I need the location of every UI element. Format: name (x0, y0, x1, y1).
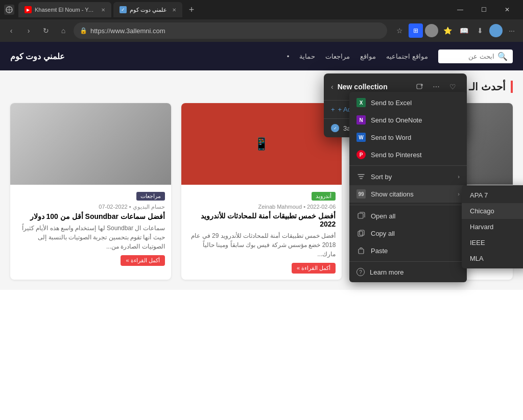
citation-harvard[interactable]: Harvard (462, 219, 523, 235)
new-tab-button[interactable]: + (184, 3, 199, 17)
search-input[interactable] (443, 53, 494, 60)
add-icon: + (331, 106, 335, 113)
learn-more-item[interactable]: ? Learn more (349, 264, 467, 280)
nav-bar: ‹ › ↻ ⌂ 🔒 https://www.3allemni.com ☆ ⊞ ⭐… (0, 19, 523, 42)
svg-rect-1 (417, 84, 422, 89)
card-3-content: مراجعات حسام البديوي • 2022-02-07 أفضل س… (10, 185, 171, 272)
card-2-content: أندرويد Zeinab Mahmoud • 2022-02-06 أفضل… (181, 185, 342, 280)
learn-more-label: Learn more (370, 268, 403, 276)
pinterest-icon: P (356, 150, 366, 159)
send-to-pinterest-item[interactable]: P Send to Pinterest (349, 146, 467, 163)
back-arrow-icon[interactable]: ‹ (331, 83, 334, 91)
profile-avatar[interactable] (489, 24, 503, 37)
more-button[interactable]: ··· (505, 23, 519, 38)
word-icon: W (356, 133, 366, 142)
tab-3allemni-close[interactable]: ✕ (172, 7, 176, 13)
maximize-button[interactable]: ☐ (472, 2, 495, 18)
card-2-tag: أندرويد (312, 192, 336, 201)
citation-apa7[interactable]: APA 7 (462, 187, 523, 203)
separator-2 (349, 205, 467, 205)
3allemni-favicon: ✓ (120, 6, 127, 13)
copy-all-icon (356, 229, 366, 238)
sort-by-item[interactable]: Sort by › (349, 168, 467, 185)
svg-rect-2 (358, 213, 363, 218)
citations-icon: 99 (356, 189, 366, 199)
browser-chrome: ▶ Khasemt El Noum - YouTub... ✕ ✓ علمني … (0, 0, 523, 42)
send-to-excel-label: Send to Excel (371, 99, 412, 107)
citations-arrow-icon: › (458, 191, 460, 197)
nav-sites[interactable]: مواقع (360, 53, 376, 60)
card-3-meta: حسام البديوي • 2022-02-07 (16, 204, 165, 210)
excel-icon: X (356, 98, 366, 107)
send-to-onenote-item[interactable]: N Send to OneNote (349, 111, 467, 129)
card-2-image: 📱 (181, 103, 342, 185)
send-to-pinterest-label: Send to Pinterest (371, 151, 422, 159)
tab-3allemni[interactable]: ✓ علمني دوت كوم ✕ (113, 2, 182, 17)
page-content: 🔍 مواقع اجتماعيه مواقع مراجعات حماية • ع… (0, 42, 523, 420)
separator-1 (349, 165, 467, 166)
tab-youtube-close[interactable]: ✕ (101, 7, 105, 13)
show-citations-item[interactable]: 99 Show citations › APA 7 Chicago Harvar… (349, 185, 467, 203)
download-icon[interactable]: ⬇ (473, 23, 487, 38)
nav-right-icons: ☆ ⊞ ⭐ 📖 ⬇ ··· (392, 23, 519, 38)
profile-icon[interactable] (425, 24, 438, 37)
copy-all-label: Copy all (371, 230, 395, 237)
open-all-item[interactable]: Open all (349, 207, 467, 225)
copy-all-item[interactable]: Copy all (349, 225, 467, 242)
paste-label: Paste (371, 247, 388, 255)
citation-ieee[interactable]: IEEE (462, 235, 523, 251)
send-to-word-label: Send to Word (371, 134, 411, 141)
citations-submenu: APA 7 Chicago Harvard IEEE MLA (462, 185, 523, 268)
card-3-read-more[interactable]: أكمل القراءة » (121, 255, 164, 266)
search-icon: 🔍 (497, 52, 508, 61)
card-3-title: أفضل سماعات Soundbar أقل من 100 دولار (16, 212, 165, 220)
help-icon: ? (356, 268, 365, 276)
sort-arrow-icon: › (458, 174, 460, 180)
favorites-icon[interactable]: ⭐ (440, 23, 455, 38)
star-icon[interactable]: ☆ (392, 23, 407, 38)
collections-icon[interactable]: ⊞ (409, 23, 423, 38)
open-all-label: Open all (371, 212, 395, 220)
card-2-meta: Zeinab Mahmoud • 2022-02-06 (187, 204, 336, 210)
address-bar[interactable]: 🔒 https://www.3allemni.com (74, 22, 387, 39)
citation-chicago[interactable]: Chicago (462, 203, 523, 219)
home-button[interactable]: ⌂ (56, 23, 70, 38)
svg-rect-5 (359, 249, 364, 254)
paste-item[interactable]: Paste (349, 242, 467, 259)
site-logo: علمني دوت كوم (10, 52, 65, 61)
card-3-excerpt: سماعات ال Soundbar لها إستخدام واسع هذه … (16, 224, 165, 251)
send-to-word-item[interactable]: W Send to Word (349, 129, 467, 146)
card-2: 📱 أندرويد Zeinab Mahmoud • 2022-02-06 أف… (181, 103, 342, 280)
card-3: مراجعات حسام البديوي • 2022-02-07 أفضل س… (10, 103, 171, 280)
send-to-excel-item[interactable]: X Send to Excel (349, 94, 467, 111)
nav-protection[interactable]: حماية (299, 53, 315, 60)
tab-3allemni-label: علمني دوت كوم (130, 7, 167, 13)
send-to-onenote-label: Send to OneNote (371, 116, 422, 124)
citation-mla[interactable]: MLA (462, 251, 523, 266)
search-box[interactable]: 🔍 (438, 50, 513, 63)
back-button[interactable]: ‹ (4, 23, 18, 38)
nav-social[interactable]: مواقع اجتماعيه (386, 53, 428, 60)
card-2-read-more[interactable]: أكمل القراءة » (292, 263, 336, 274)
forward-button[interactable]: › (21, 23, 36, 38)
browser-logo-icon (4, 5, 14, 15)
show-citations-label: Show citations (371, 190, 414, 198)
close-button[interactable]: ✕ (495, 2, 519, 18)
tab-youtube[interactable]: ▶ Khasemt El Noum - YouTub... ✕ (18, 2, 111, 17)
tab-youtube-label: Khasemt El Noum - YouTub... (35, 7, 96, 13)
site-nav: 🔍 مواقع اجتماعيه مواقع مراجعات حماية • ع… (10, 50, 513, 63)
minimize-button[interactable]: — (448, 2, 472, 18)
card-3-tag: مراجعات (136, 192, 165, 201)
open-all-icon (356, 211, 366, 220)
nav-dropdown[interactable]: • (287, 53, 290, 60)
card-3-image (10, 103, 171, 185)
separator-3 (349, 261, 467, 262)
url-text: https://www.3allemni.com (90, 27, 165, 35)
sort-icon (356, 172, 366, 181)
nav-reviews[interactable]: مراجعات (325, 53, 350, 60)
youtube-favicon: ▶ (25, 6, 32, 13)
refresh-button[interactable]: ↻ (39, 23, 53, 38)
sort-by-label: Sort by (371, 173, 392, 181)
read-later-icon[interactable]: 📖 (457, 23, 471, 38)
context-menu: X Send to Excel N Send to OneNote W Send… (349, 92, 467, 282)
